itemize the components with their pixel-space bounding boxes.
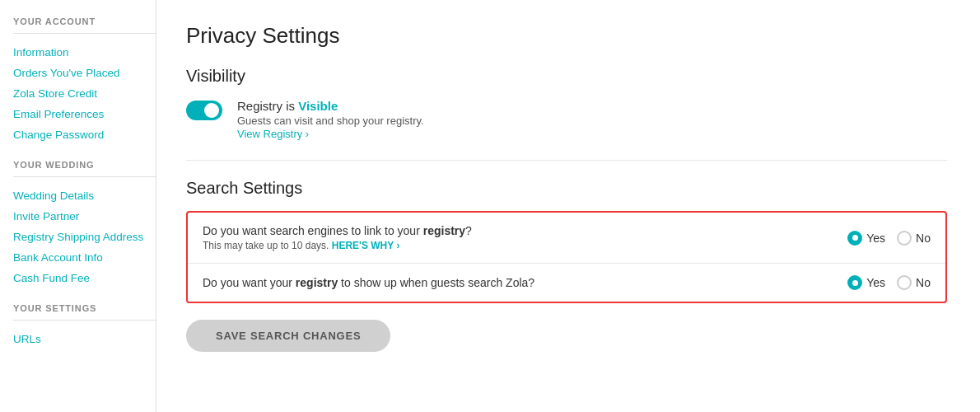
search-row-2: Do you want your registry to show up whe… — [188, 264, 945, 302]
page-layout: YOUR ACCOUNT Information Orders You've P… — [0, 0, 980, 412]
sidebar: YOUR ACCOUNT Information Orders You've P… — [0, 0, 156, 412]
q1-no-option[interactable]: No — [897, 231, 931, 246]
visible-word: Visible — [298, 99, 338, 113]
q2-yes-radio[interactable] — [847, 275, 862, 290]
q1-radio-group: Yes No — [815, 231, 931, 246]
sidebar-divider-2 — [13, 176, 156, 177]
search-settings-box: Do you want search engines to link to yo… — [186, 211, 947, 303]
q1-bold-word: registry — [423, 224, 465, 237]
sidebar-item-urls[interactable]: URLs — [13, 329, 156, 349]
visibility-text: Registry is Visible Guests can visit and… — [237, 99, 424, 140]
q1-yes-radio[interactable] — [847, 231, 862, 246]
sidebar-section-your-wedding: YOUR WEDDING — [13, 160, 156, 170]
sidebar-item-wedding-details[interactable]: Wedding Details — [13, 185, 156, 206]
q2-text-after: to show up when guests search Zola? — [338, 276, 534, 289]
sidebar-item-information[interactable]: Information — [13, 42, 156, 63]
search-row-1-text: Do you want search engines to link to yo… — [203, 224, 815, 251]
q1-sub-label: This may take up to 10 days. — [203, 240, 329, 251]
visibility-section-title: Visibility — [186, 67, 947, 86]
q2-yes-label: Yes — [866, 276, 885, 289]
q1-no-label: No — [916, 232, 931, 245]
toggle-wrap[interactable] — [186, 101, 222, 120]
sidebar-divider-3 — [13, 320, 156, 321]
sidebar-divider-1 — [13, 33, 156, 34]
heres-why-link[interactable]: HERE'S WHY › — [332, 240, 400, 251]
q2-radio-group: Yes No — [815, 275, 931, 290]
q2-no-radio[interactable] — [897, 275, 912, 290]
sidebar-item-invite-partner[interactable]: Invite Partner — [13, 206, 156, 227]
registry-status-label: Registry is Visible — [237, 99, 424, 113]
sidebar-item-store-credit[interactable]: Zola Store Credit — [13, 83, 156, 104]
q1-yes-label: Yes — [866, 232, 885, 245]
registry-label-text: Registry is — [237, 99, 295, 113]
search-settings-title: Search Settings — [186, 179, 947, 198]
sidebar-item-orders[interactable]: Orders You've Placed — [13, 63, 156, 83]
q2-bold-word: registry — [296, 276, 338, 289]
q2-yes-option[interactable]: Yes — [847, 275, 885, 290]
q1-no-radio[interactable] — [897, 231, 912, 246]
q2-text-before: Do you want your — [203, 276, 296, 289]
page-title: Privacy Settings — [186, 23, 947, 49]
q1-sub-text: This may take up to 10 days. HERE'S WHY … — [203, 240, 815, 251]
visibility-sub-text: Guests can visit and shop your registry. — [237, 115, 424, 127]
toggle-slider — [186, 101, 222, 120]
section-divider — [186, 160, 947, 161]
sidebar-section-your-settings: YOUR SETTINGS — [13, 303, 156, 313]
q2-no-option[interactable]: No — [897, 275, 931, 290]
q1-yes-option[interactable]: Yes — [847, 231, 885, 246]
sidebar-item-email-prefs[interactable]: Email Preferences — [13, 104, 156, 124]
view-registry-link[interactable]: View Registry › — [237, 128, 309, 140]
sidebar-item-registry-shipping[interactable]: Registry Shipping Address — [13, 227, 156, 247]
sidebar-item-cash-fund[interactable]: Cash Fund Fee — [13, 268, 156, 288]
save-search-button[interactable]: SAVE SEARCH CHANGES — [186, 320, 390, 352]
sidebar-section-your-account: YOUR ACCOUNT — [13, 16, 156, 26]
search-row-1: Do you want search engines to link to yo… — [188, 213, 945, 264]
search-row-2-text: Do you want your registry to show up whe… — [203, 276, 815, 289]
sidebar-item-change-password[interactable]: Change Password — [13, 124, 156, 145]
main-content: Privacy Settings Visibility Registry is … — [156, 0, 980, 412]
q1-text-after: ? — [465, 224, 472, 237]
visibility-row: Registry is Visible Guests can visit and… — [186, 99, 947, 140]
q1-text-before: Do you want search engines to link to yo… — [203, 224, 423, 237]
sidebar-item-bank-account[interactable]: Bank Account Info — [13, 247, 156, 268]
q2-no-label: No — [916, 276, 931, 289]
visibility-toggle[interactable] — [186, 101, 222, 120]
